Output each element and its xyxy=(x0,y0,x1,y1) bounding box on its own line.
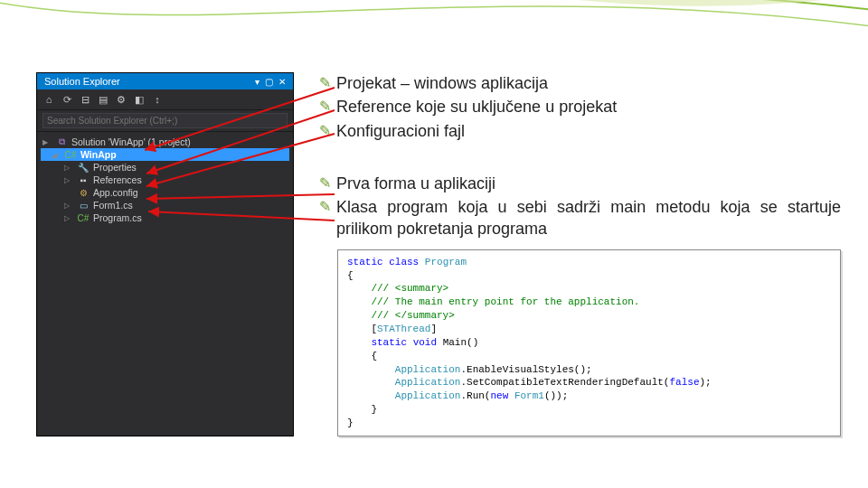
appconfig-label: App.config xyxy=(93,187,138,198)
bullet-list: ✎Projekat – windows aplikacija ✎Referenc… xyxy=(319,72,841,436)
chevron-right-icon: ▷ xyxy=(64,176,73,184)
bullet-icon: ✎ xyxy=(319,96,331,117)
solution-tree: ▶ ⧉ Solution 'WinApp' (1 project) ◢ C# W… xyxy=(37,132,293,231)
tree-appconfig[interactable]: ⚙ App.config xyxy=(41,186,289,199)
sync-icon[interactable]: ↕ xyxy=(151,93,164,106)
pin-icon[interactable]: ▢ xyxy=(265,77,273,87)
bullet-text: Projekat – windows aplikacija xyxy=(336,72,548,94)
show-all-icon[interactable]: ▤ xyxy=(97,93,109,106)
tree-program[interactable]: ▷ C# Program.cs xyxy=(41,211,289,224)
properties-label: Properties xyxy=(93,162,137,173)
close-icon[interactable]: ✕ xyxy=(278,77,286,87)
csharp-project-icon: C# xyxy=(64,150,77,160)
references-label: References xyxy=(93,174,142,185)
solution-explorer-panel: Solution Explorer ▾ ▢ ✕ ⌂ ⟳ ⊟ ▤ ⚙ ◧ ↕ ▶ … xyxy=(36,72,294,436)
panel-title: Solution Explorer xyxy=(44,76,120,87)
tree-project[interactable]: ◢ C# WinApp xyxy=(41,148,289,161)
bullet-text: Prva forma u aplikaciji xyxy=(336,173,495,194)
home-icon[interactable]: ⌂ xyxy=(42,93,55,106)
view-icon[interactable]: ◧ xyxy=(133,93,146,106)
csharp-file-icon: C# xyxy=(77,213,90,223)
bullet-item: ✎Klasa program koja u sebi sadrži main m… xyxy=(319,196,841,240)
tree-solution[interactable]: ▶ ⧉ Solution 'WinApp' (1 project) xyxy=(41,136,289,148)
collapse-icon[interactable]: ⊟ xyxy=(79,93,91,106)
references-icon: ▪▪ xyxy=(77,175,90,185)
panel-search xyxy=(37,110,293,132)
bullet-item: ✎Projekat – windows aplikacija xyxy=(319,72,841,94)
chevron-right-icon: ▷ xyxy=(64,202,73,210)
project-label: WinApp xyxy=(80,149,117,160)
chevron-right-icon: ▷ xyxy=(64,164,73,172)
bullet-icon: ✎ xyxy=(319,72,331,94)
form1-label: Form1.cs xyxy=(93,200,133,211)
form-icon: ▭ xyxy=(77,201,90,211)
bullet-item: ✎Prva forma u aplikaciji xyxy=(319,173,841,194)
bullet-icon: ✎ xyxy=(319,173,331,194)
program-label: Program.cs xyxy=(93,212,142,223)
tree-form1[interactable]: ▷ ▭ Form1.cs xyxy=(41,199,289,211)
tree-references[interactable]: ▷ ▪▪ References xyxy=(41,174,289,186)
tree-properties[interactable]: ▷ 🔧 Properties xyxy=(41,161,289,174)
bullet-text: Klasa program koja u sebi sadrži main me… xyxy=(336,196,841,240)
solution-label: Solution 'WinApp' (1 project) xyxy=(71,136,191,147)
solution-icon: ⧉ xyxy=(55,136,68,147)
bullet-text: Konfiguracioni fajl xyxy=(336,120,465,142)
panel-toolbar: ⌂ ⟳ ⊟ ▤ ⚙ ◧ ↕ xyxy=(37,89,293,110)
bullet-text: Reference koje su uključene u projekat xyxy=(336,96,617,117)
code-block: static class Program { /// <summary> ///… xyxy=(337,249,841,436)
chevron-down-icon: ◢ xyxy=(52,151,61,159)
bullet-icon: ✎ xyxy=(319,196,331,218)
properties-icon[interactable]: ⚙ xyxy=(115,93,127,106)
bullet-item: ✎Konfiguracioni fajl xyxy=(319,120,841,142)
config-icon: ⚙ xyxy=(77,188,90,198)
wrench-icon: 🔧 xyxy=(77,163,90,173)
dropdown-icon[interactable]: ▾ xyxy=(255,77,259,87)
chevron-right-icon: ▷ xyxy=(64,214,73,222)
panel-header: Solution Explorer ▾ ▢ ✕ xyxy=(37,73,293,89)
chevron-down-icon: ▶ xyxy=(42,138,52,146)
bullet-item: ✎Reference koje su uključene u projekat xyxy=(319,96,841,117)
search-input[interactable] xyxy=(42,113,288,128)
bullet-icon: ✎ xyxy=(319,120,331,142)
refresh-icon[interactable]: ⟳ xyxy=(61,93,73,106)
